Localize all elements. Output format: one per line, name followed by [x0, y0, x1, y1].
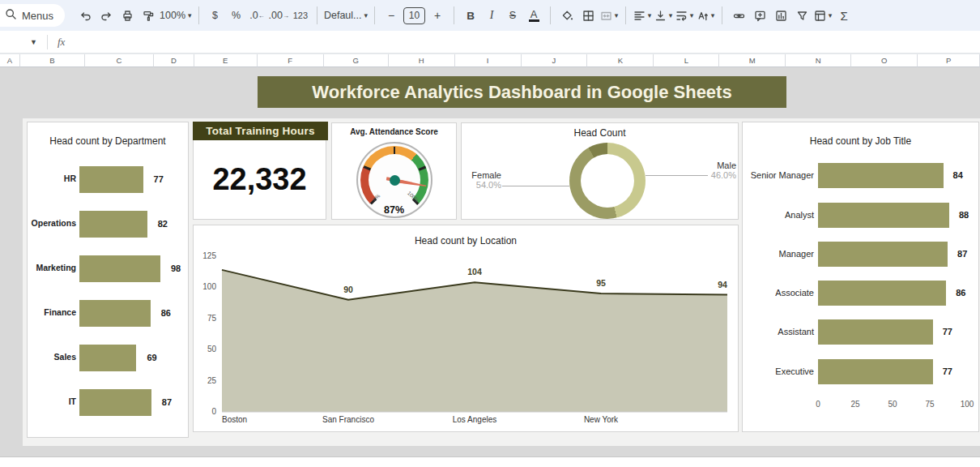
- chart-head-count-donut[interactable]: Head Count Female 54.0% Male 46.0%: [461, 122, 739, 220]
- column-header-F[interactable]: F: [258, 54, 324, 67]
- column-header-K[interactable]: K: [587, 54, 654, 67]
- create-filter-icon[interactable]: [792, 5, 812, 26]
- vertical-align-icon[interactable]: ▾: [654, 5, 673, 26]
- text-color-button[interactable]: A: [524, 5, 543, 26]
- borders-icon[interactable]: [578, 5, 598, 26]
- zoom-control[interactable]: 100%▾: [160, 5, 192, 26]
- chevron-down-icon: ▾: [648, 11, 652, 19]
- text-rotation-icon[interactable]: ▾: [696, 5, 715, 26]
- chart-headcount-by-location[interactable]: Head count by Location 02550751001259010…: [193, 225, 739, 432]
- functions-button[interactable]: Σ: [834, 5, 854, 26]
- insert-chart-icon[interactable]: [771, 5, 790, 26]
- column-header-N[interactable]: N: [786, 54, 851, 67]
- y-axis-tick: 100: [194, 282, 216, 291]
- donut-ring: [569, 143, 646, 219]
- font-name-select[interactable]: Defaul...▾: [324, 5, 368, 26]
- bar-analyst: [818, 203, 949, 228]
- chart-headcount-by-job-title[interactable]: Head count by Job Title Senior Manager84…: [742, 122, 979, 432]
- decrease-font-size-button[interactable]: −: [381, 5, 401, 26]
- chart-headcount-by-department[interactable]: Head count by Department HR77Operations8…: [27, 122, 189, 438]
- gauge-tick: [394, 147, 396, 154]
- formula-input[interactable]: [70, 31, 980, 53]
- column-header-D[interactable]: D: [154, 54, 194, 67]
- insert-comment-icon[interactable]: [750, 5, 769, 26]
- x-axis-label: New York: [565, 415, 637, 424]
- more-formats-button[interactable]: 123: [291, 5, 310, 26]
- strikethrough-button[interactable]: S: [503, 5, 522, 26]
- divider: [722, 6, 722, 24]
- column-header-C[interactable]: C: [85, 54, 154, 67]
- chevron-down-icon: ▾: [711, 11, 715, 19]
- kpi-title: Total Training Hours: [193, 122, 328, 140]
- bar-sales: [79, 345, 136, 371]
- bar-value: 84: [953, 170, 963, 180]
- chevron-down-icon: ▾: [669, 11, 673, 19]
- increase-decimals-button[interactable]: .00→: [269, 5, 289, 26]
- divider: [317, 6, 317, 24]
- google-sheets-app: Menus100%▾$%.0←.00→123Defaul...▾−10+BISA…: [0, 0, 980, 467]
- column-header-J[interactable]: J: [522, 54, 588, 67]
- horizontal-align-icon[interactable]: ▾: [633, 5, 652, 26]
- formula-bar: ▼ fx: [0, 31, 980, 54]
- dashboard-title-banner[interactable]: Workforce Analytics Dashboard in Google …: [258, 76, 786, 108]
- column-header-G[interactable]: G: [324, 54, 389, 67]
- menus-button[interactable]: Menus: [0, 4, 65, 27]
- pivot-table-icon[interactable]: ▾: [813, 5, 833, 26]
- x-axis-label: San Francisco: [312, 415, 385, 424]
- italic-button[interactable]: I: [482, 5, 501, 26]
- y-axis-tick: 50: [194, 345, 216, 353]
- sheet-row-band: [0, 456, 980, 467]
- redo-icon[interactable]: [96, 5, 116, 26]
- category-label: Operations: [28, 218, 76, 228]
- merge-cells-icon[interactable]: ▾: [599, 5, 619, 26]
- undo-icon[interactable]: [75, 5, 95, 26]
- category-label: Sales: [28, 352, 76, 362]
- column-header-H[interactable]: H: [389, 54, 455, 67]
- bar-value: 87: [957, 249, 967, 259]
- kpi-total-training-hours[interactable]: Total Training Hours 22,332: [193, 122, 326, 220]
- name-box[interactable]: ▼: [0, 31, 42, 53]
- area-plot: [194, 225, 738, 431]
- chart-title: Head Count: [462, 127, 738, 139]
- column-header-I[interactable]: I: [455, 54, 522, 67]
- chart-title: Head count by Department: [28, 135, 188, 147]
- slice-label-female: Female 54.0%: [462, 170, 501, 190]
- data-label: 104: [463, 267, 486, 276]
- bar-value: 77: [154, 174, 164, 184]
- print-icon[interactable]: [117, 5, 137, 26]
- category-label: Executive: [743, 366, 814, 376]
- column-header-B[interactable]: B: [20, 54, 85, 67]
- font-size-input[interactable]: 10: [403, 7, 425, 24]
- divider: [625, 6, 626, 24]
- bar-value: 98: [171, 263, 181, 273]
- text-wrap-icon[interactable]: ▾: [675, 5, 694, 26]
- currency-format-button[interactable]: $: [206, 5, 225, 26]
- divider: [550, 6, 551, 24]
- column-header-P[interactable]: P: [918, 54, 980, 67]
- fill-color-icon[interactable]: [557, 5, 577, 26]
- insert-link-icon[interactable]: [729, 5, 748, 26]
- bar-assistant: [818, 319, 933, 345]
- increase-font-size-button[interactable]: +: [428, 5, 447, 26]
- category-label: Associate: [743, 288, 814, 298]
- column-header-E[interactable]: E: [194, 54, 258, 67]
- fx-icon: fx: [53, 36, 70, 49]
- y-axis-tick: 0: [194, 407, 216, 416]
- area-fill: [222, 270, 727, 412]
- paint-format-icon[interactable]: [138, 5, 158, 26]
- kpi-value: 22,332: [194, 141, 326, 218]
- column-header-A[interactable]: A: [0, 54, 20, 67]
- percent-format-button[interactable]: %: [227, 5, 246, 26]
- divider: [198, 6, 199, 24]
- category-label: Analyst: [743, 210, 814, 220]
- column-header-L[interactable]: L: [654, 54, 719, 67]
- decrease-decimals-button[interactable]: .0←: [248, 5, 267, 26]
- bold-button[interactable]: B: [461, 5, 480, 26]
- column-header-O[interactable]: O: [851, 54, 918, 67]
- column-header-M[interactable]: M: [719, 54, 786, 67]
- font-name-value: Defaul...: [324, 10, 362, 21]
- bar-manager: [818, 242, 948, 267]
- chart-avg-attendance-score[interactable]: Avg. Attendance Score 0% 100% 87%: [331, 122, 457, 220]
- bar-value: 87: [162, 397, 172, 407]
- category-label: Senior Manager: [743, 170, 814, 180]
